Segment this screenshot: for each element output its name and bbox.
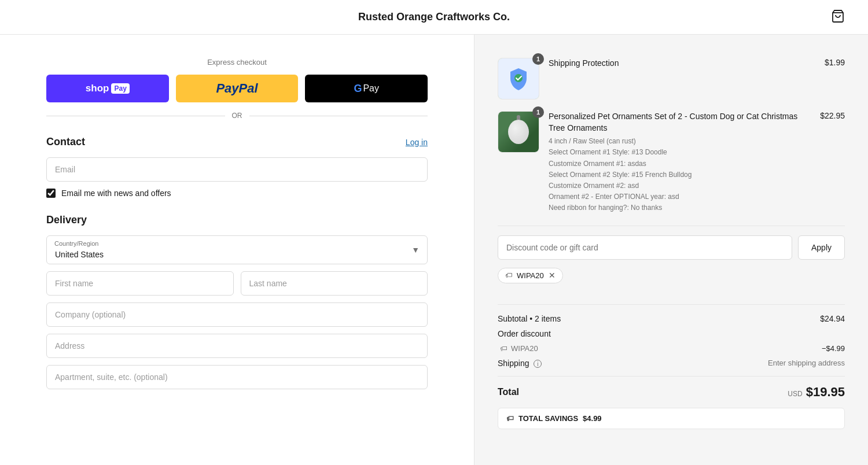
express-buttons: shop Pay PayPal G Pay	[46, 75, 428, 102]
total-row: Total USD $19.95	[498, 376, 845, 400]
express-checkout-label: Express checkout	[46, 58, 428, 67]
discount-code-row: 🏷 WIPA20 −$4.99	[498, 344, 845, 353]
discount-input[interactable]	[498, 235, 792, 260]
item-detail-ornament1-custom: Customize Ornament #1: asdas	[549, 158, 811, 169]
login-link[interactable]: Log in	[406, 138, 428, 147]
tag-icon: 🏷	[505, 271, 512, 279]
shipping-label: Shipping i	[498, 359, 542, 368]
subtotal-row: Subtotal • 2 items $24.94	[498, 314, 845, 323]
address-field[interactable]	[46, 334, 428, 358]
divider-1	[498, 226, 845, 226]
discount-tag: 🏷 WIPA20 ✕	[498, 268, 563, 283]
order-discount-row: Order discount	[498, 329, 845, 338]
item-detail-ornament1-style: Select Ornament #1 Style: #13 Doodle	[549, 147, 811, 158]
paypal-button[interactable]: PayPal	[176, 75, 299, 102]
item-badge-ornament: 1	[532, 106, 544, 118]
gpay-button[interactable]: G Pay	[305, 75, 428, 102]
item-name-shipping: Shipping Protection	[549, 58, 815, 69]
savings-tag-icon: 🏷	[506, 414, 514, 423]
total-currency: USD	[788, 390, 802, 398]
total-label: Total	[498, 387, 519, 397]
subtotal-value: $24.94	[820, 314, 845, 323]
apt-field[interactable]	[46, 365, 428, 389]
first-name-field[interactable]	[46, 271, 234, 296]
newsletter-label[interactable]: Email me with news and offers	[61, 189, 171, 198]
order-item-ornament: 1 Personalized Pet Ornaments Set of 2 - …	[498, 111, 845, 214]
discount-code-tag-label: WIPA20	[517, 271, 544, 280]
shield-icon	[508, 67, 529, 90]
newsletter-row: Email me with news and offers	[46, 189, 428, 198]
shipping-value: Enter shipping address	[768, 359, 845, 367]
left-panel: Express checkout shop Pay PayPal G Pay O…	[0, 35, 475, 465]
discount-code-value: −$4.99	[822, 344, 845, 353]
subtotal-label: Subtotal • 2 items	[498, 314, 561, 323]
remove-discount-button[interactable]: ✕	[549, 271, 556, 279]
item-info-ornament: Personalized Pet Ornaments Set of 2 - Cu…	[549, 111, 811, 214]
savings-label: TOTAL SAVINGS	[518, 414, 578, 423]
cart-icon[interactable]	[831, 9, 845, 25]
shop-text: shop	[86, 83, 109, 94]
newsletter-checkbox[interactable]	[46, 189, 56, 198]
item-image-wrapper: 1	[498, 58, 539, 99]
item-price-shipping: $1.99	[825, 58, 845, 67]
right-panel: 1 Shipping Protection $1.99 1 Personaliz…	[475, 35, 868, 465]
g-letter: G	[354, 83, 362, 95]
delivery-title: Delivery	[46, 214, 87, 226]
name-fields-row	[46, 271, 428, 296]
order-discount-label: Order discount	[498, 329, 551, 338]
or-divider: OR	[46, 112, 428, 120]
savings-banner: 🏷 TOTAL SAVINGS $4.99	[498, 408, 845, 429]
item-image-wrapper-ornament: 1	[498, 111, 539, 153]
last-name-field[interactable]	[241, 271, 428, 296]
item-price-ornament: $22.95	[820, 111, 845, 120]
country-select-wrapper: Country/Region United States Canada Unit…	[46, 235, 428, 264]
gpay-label: Pay	[363, 83, 379, 94]
ornament-shape	[508, 120, 529, 144]
savings-value: $4.99	[583, 414, 602, 423]
item-detail-ornament2-custom: Customize Ornament #2: asd	[549, 180, 811, 191]
total-amount: $19.95	[806, 385, 845, 400]
paypal-label: PayPal	[216, 81, 258, 96]
item-image-ornament	[498, 111, 539, 153]
divider-2	[498, 304, 845, 305]
discount-code-label: 🏷 WIPA20	[500, 344, 538, 353]
item-image-shield	[498, 58, 539, 99]
page-layout: Express checkout shop Pay PayPal G Pay O…	[0, 35, 868, 465]
tag-icon-small: 🏷	[500, 344, 507, 353]
delivery-section-header: Delivery	[46, 214, 428, 226]
item-info-shipping: Shipping Protection	[549, 58, 815, 72]
email-field[interactable]	[46, 157, 428, 182]
item-name-ornament: Personalized Pet Ornaments Set of 2 - Cu…	[549, 111, 811, 134]
ornament-background	[498, 112, 539, 152]
shield-background	[498, 58, 539, 99]
item-detail-ribbon: Need ribbon for hanging?: No thanks	[549, 202, 811, 213]
store-title: Rusted Orange Craftworks Co.	[358, 11, 510, 23]
order-item-shipping-protection: 1 Shipping Protection $1.99	[498, 58, 845, 99]
apply-button[interactable]: Apply	[798, 235, 845, 260]
item-detail-ornament2-style: Select Ornament #2 Style: #15 French Bul…	[549, 169, 811, 180]
contact-title: Contact	[46, 136, 85, 148]
discount-row: Apply	[498, 235, 845, 260]
total-value-group: USD $19.95	[788, 385, 845, 400]
country-select[interactable]: United States Canada United Kingdom Aust…	[46, 235, 428, 264]
pay-badge: Pay	[111, 83, 129, 94]
contact-section-header: Contact Log in	[46, 136, 428, 148]
shipping-info-icon: i	[534, 360, 542, 368]
header: Rusted Orange Craftworks Co.	[0, 0, 868, 35]
item-detail-ornament2-year: Ornament #2 - Enter OPTIONAL year: asd	[549, 191, 811, 202]
company-field[interactable]	[46, 302, 428, 327]
shipping-row: Shipping i Enter shipping address	[498, 359, 845, 368]
item-badge-shipping: 1	[532, 53, 544, 65]
item-detail-size: 4 inch / Raw Steel (can rust)	[549, 136, 811, 147]
delivery-section: Delivery Country/Region United States Ca…	[46, 214, 428, 396]
shop-pay-button[interactable]: shop Pay	[46, 75, 169, 102]
